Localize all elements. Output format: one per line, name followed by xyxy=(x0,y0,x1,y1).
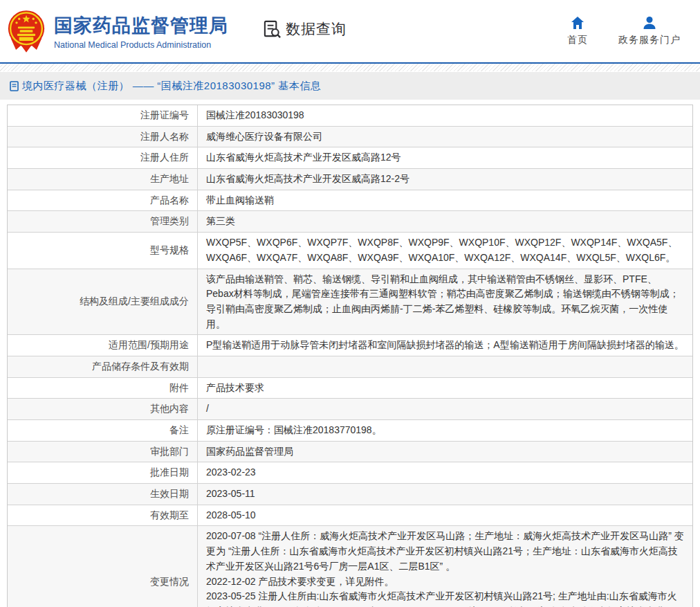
row-value: 带止血阀输送鞘 xyxy=(198,190,692,211)
row-label-text: 有效期至 xyxy=(150,508,189,523)
row-value-text: 第三类 xyxy=(206,214,235,229)
row-value-text: 带止血阀输送鞘 xyxy=(206,193,274,208)
table-row: 产品名称带止血阀输送鞘 xyxy=(8,190,692,212)
row-value: / xyxy=(198,399,692,419)
row-label-text: 产品名称 xyxy=(150,193,189,208)
table-row: 生产地址山东省威海火炬高技术产业开发区威高路12-2号 xyxy=(8,169,692,190)
row-value: 山东省威海火炬高技术产业开发区威高路12号 xyxy=(198,147,692,168)
site-logo[interactable]: 国家药品监督管理局 National Medical Products Admi… xyxy=(7,10,228,53)
row-value: 2020-07-08 “注册人住所：威海火炬高技术产业开发区马山路；生产地址：威… xyxy=(198,526,692,607)
site-header: 国家药品监督管理局 National Medical Products Admi… xyxy=(0,0,700,64)
row-label: 批准日期 xyxy=(8,462,198,483)
row-value: 2023-05-11 xyxy=(198,484,692,505)
national-emblem-icon xyxy=(7,10,46,53)
row-value-text: 该产品由输送鞘管、鞘芯、输送钢缆、导引鞘和止血阀组成，其中输送鞘管由不锈钢丝、显… xyxy=(206,272,684,332)
registration-info-table: 注册证编号国械注准20183030198注册人名称威海维心医疗设备有限公司注册人… xyxy=(7,105,693,607)
row-label-text: 变更情况 xyxy=(150,574,189,590)
nav-item-portal[interactable]: 政务服务门户 xyxy=(618,16,681,46)
table-row: 注册人名称威海维心医疗设备有限公司 xyxy=(8,127,692,148)
row-label-text: 其他内容 xyxy=(150,401,189,417)
row-label: 生效日期 xyxy=(8,484,198,505)
row-label: 适用范围/预期用途 xyxy=(8,335,198,356)
row-label-text: 产品储存条件及有效期 xyxy=(92,359,189,374)
table-row: 变更情况2020-07-08 “注册人住所：威海火炬高技术产业开发区马山路；生产… xyxy=(8,526,692,607)
row-label-text: 注册人名称 xyxy=(140,129,189,145)
document-search-icon xyxy=(263,20,282,39)
home-icon xyxy=(571,16,584,30)
row-label: 产品储存条件及有效期 xyxy=(8,356,198,377)
row-label-text: 结构及组成/主要组成成分 xyxy=(80,294,189,309)
row-value-text: 国械注准20183030198 xyxy=(206,108,304,123)
row-value: 威海维心医疗设备有限公司 xyxy=(198,127,692,147)
row-value-text: WXQP5F、WXQP6F、WXQP7F、WXQP8F、WXQP9F、WXQP1… xyxy=(206,235,684,265)
row-label-text: 审批部门 xyxy=(150,444,189,460)
row-label-text: 附件 xyxy=(169,381,189,396)
row-value: 山东省威海火炬高技术产业开发区威高路12-2号 xyxy=(198,169,692,190)
row-label-text: 注册证编号 xyxy=(140,108,189,123)
table-row: 注册人住所山东省威海火炬高技术产业开发区威高路12号 xyxy=(8,147,692,169)
row-label-text: 注册人住所 xyxy=(140,150,189,165)
table-row: 管理类别第三类 xyxy=(8,211,692,233)
row-label: 其他内容 xyxy=(8,399,198,419)
row-value-text: 2020-07-08 “注册人住所：威海火炬高技术产业开发区马山路；生产地址：威… xyxy=(206,529,684,607)
row-value: 该产品由输送鞘管、鞘芯、输送钢缆、导引鞘和止血阀组成，其中输送鞘管由不锈钢丝、显… xyxy=(198,269,692,335)
document-icon xyxy=(10,81,19,91)
row-label-text: 生效日期 xyxy=(150,487,189,502)
row-label-text: 备注 xyxy=(169,423,189,438)
row-value-text: 原注册证编号：国械注准20183770198。 xyxy=(206,423,382,438)
org-titles: 国家药品监督管理局 National Medical Products Admi… xyxy=(54,13,228,50)
row-value xyxy=(198,356,692,377)
table-row: 适用范围/预期用途P型输送鞘适用于动脉导管未闭封堵器和室间隔缺损封堵器的输送；A… xyxy=(8,335,692,356)
row-label-text: 适用范围/预期用途 xyxy=(109,338,189,353)
row-value-text: / xyxy=(206,401,209,417)
row-label: 管理类别 xyxy=(8,211,198,232)
row-label: 附件 xyxy=(8,378,198,399)
table-row: 型号规格WXQP5F、WXQP6F、WXQP7F、WXQP8F、WXQP9F、W… xyxy=(8,233,692,269)
row-value-text: 2023-02-23 xyxy=(206,465,256,480)
row-value-text: 国家药品监督管理局 xyxy=(206,444,293,460)
table-row: 结构及组成/主要组成成分该产品由输送鞘管、鞘芯、输送钢缆、导引鞘和止血阀组成，其… xyxy=(8,269,692,336)
table-row: 其他内容/ xyxy=(8,399,692,420)
nav-label-home: 首页 xyxy=(567,34,588,46)
table-row: 产品储存条件及有效期 xyxy=(8,356,692,378)
row-value-text: P型输送鞘适用于动脉导管未闭封堵器和室间隔缺损封堵器的输送；A型输送鞘适用于房间… xyxy=(206,338,684,353)
row-label-text: 管理类别 xyxy=(150,214,189,229)
row-value-text: 威海维心医疗设备有限公司 xyxy=(206,129,322,145)
row-label: 变更情况 xyxy=(8,526,198,607)
row-value-text: 山东省威海火炬高技术产业开发区威高路12号 xyxy=(206,150,401,165)
row-value-text: 产品技术要求 xyxy=(206,381,264,396)
row-value: 国家药品监督管理局 xyxy=(198,442,692,462)
data-query-section: 数据查询 xyxy=(263,19,347,39)
org-title-cn: 国家药品监督管理局 xyxy=(54,13,228,38)
row-value: 国械注准20183030198 xyxy=(198,105,692,126)
section-title: 数据查询 xyxy=(286,19,347,39)
row-value: WXQP5F、WXQP6F、WXQP7F、WXQP8F、WXQP9F、WXQP1… xyxy=(198,233,692,268)
row-label: 结构及组成/主要组成成分 xyxy=(8,269,198,335)
row-label-text: 批准日期 xyxy=(150,465,189,480)
table-row: 有效期至2028-05-10 xyxy=(8,505,692,527)
row-label: 审批部门 xyxy=(8,442,198,462)
header-nav: 首页 政务服务门户 xyxy=(567,16,681,46)
row-value: 原注册证编号：国械注准20183770198。 xyxy=(198,420,692,441)
table-row: 附件产品技术要求 xyxy=(8,378,692,399)
nav-item-home[interactable]: 首页 xyxy=(567,16,588,46)
breadcrumb-text: 境内医疗器械（注册） —— “国械注准20183030198” 基本信息 xyxy=(22,80,321,93)
table-row: 批准日期2023-02-23 xyxy=(8,462,692,484)
stripe-divider xyxy=(0,64,700,71)
row-label: 生产地址 xyxy=(8,169,198,190)
row-label: 型号规格 xyxy=(8,233,198,268)
row-label: 注册人名称 xyxy=(8,127,198,147)
row-label: 备注 xyxy=(8,420,198,441)
row-label-text: 型号规格 xyxy=(150,243,189,258)
row-value: 2023-02-23 xyxy=(198,462,692,483)
org-title-en: National Medical Products Administration xyxy=(54,40,228,50)
table-row: 生效日期2023-05-11 xyxy=(8,484,692,505)
row-value: 第三类 xyxy=(198,211,692,232)
row-value: P型输送鞘适用于动脉导管未闭封堵器和室间隔缺损封堵器的输送；A型输送鞘适用于房间… xyxy=(198,335,692,356)
user-icon xyxy=(643,16,656,30)
row-value: 2028-05-10 xyxy=(198,505,692,526)
row-value-text: 2023-05-11 xyxy=(206,487,255,502)
breadcrumb: 境内医疗器械（注册） —— “国械注准20183030198” 基本信息 xyxy=(0,72,700,100)
row-label: 产品名称 xyxy=(8,190,198,211)
table-row: 备注原注册证编号：国械注准20183770198。 xyxy=(8,420,692,442)
